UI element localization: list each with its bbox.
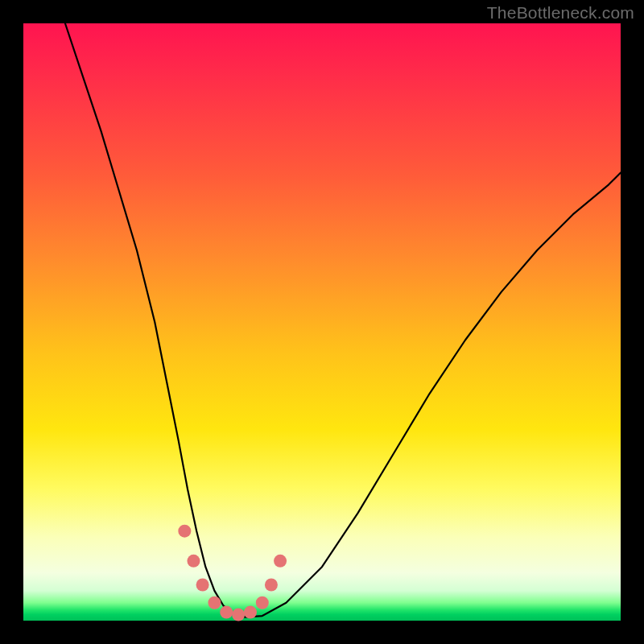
marker-dots-group: [178, 525, 287, 621]
marker-dot: [178, 525, 191, 538]
marker-dot: [265, 578, 278, 591]
marker-dot: [244, 606, 257, 619]
marker-dot: [220, 606, 233, 619]
marker-dot: [256, 597, 269, 609]
marker-dot: [274, 555, 287, 568]
marker-dot: [187, 555, 200, 568]
marker-dot: [232, 609, 245, 621]
main-curve-line: [65, 23, 621, 617]
marker-dot: [196, 578, 209, 591]
watermark-text: TheBottleneck.com: [487, 3, 634, 23]
marker-dot: [208, 597, 221, 609]
main-curve-path: [65, 23, 621, 617]
chart-svg: [23, 23, 621, 621]
chart-frame: TheBottleneck.com: [0, 0, 644, 644]
plot-area: [23, 23, 621, 621]
